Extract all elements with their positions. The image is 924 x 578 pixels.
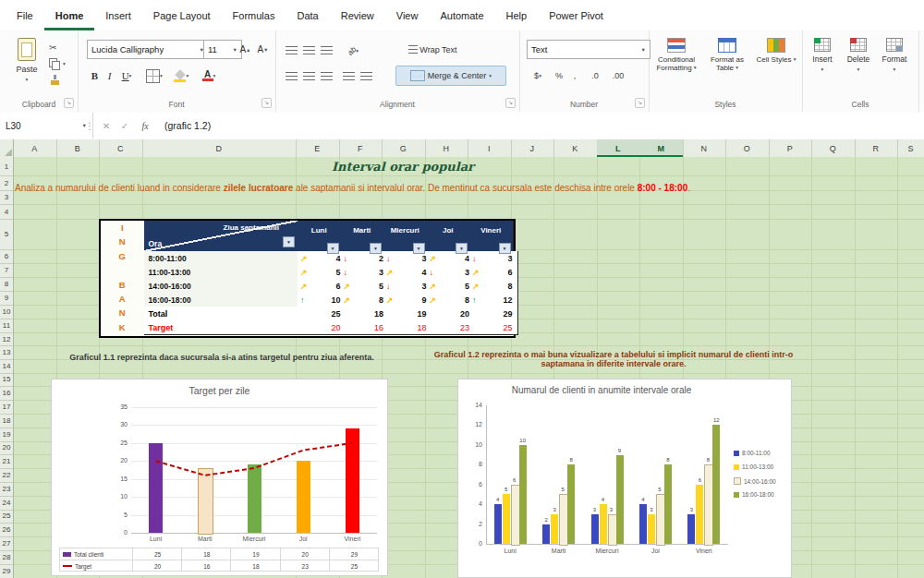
description-cell[interactable]: Analiza a numarului de clienti luand in … (15, 183, 920, 193)
data-table[interactable]: INGBANKZiua saptamaniiOra▼Luni▼Marti▼Mie… (99, 219, 516, 338)
column-header-e[interactable]: E (296, 139, 340, 157)
table-cell[interactable]: 5↗ (427, 279, 476, 294)
increase-indent-button[interactable] (358, 67, 375, 85)
row-header-3[interactable]: 3 (0, 190, 13, 205)
column-header-c[interactable]: C (99, 139, 143, 157)
percent-style-button[interactable]: % (551, 66, 567, 85)
row-header-5[interactable]: 5 (0, 219, 13, 250)
table-cell[interactable]: 3↓ (427, 265, 476, 280)
table-cell[interactable]: 4↗ (427, 251, 476, 266)
table-ora-cell[interactable]: 8:00-11:00 (144, 251, 304, 266)
menu-tab-file[interactable]: File (6, 0, 44, 30)
row-header-27[interactable]: 27 (0, 536, 13, 551)
table-cell[interactable]: 2↓ (341, 251, 390, 266)
table-cell[interactable]: 9↗ (383, 293, 432, 307)
row-header-1[interactable]: 1 (0, 157, 13, 176)
row-header-19[interactable]: 19 (0, 427, 13, 442)
table-total-cell[interactable]: 25 (298, 307, 346, 321)
menu-tab-page-layout[interactable]: Page Layout (142, 0, 222, 30)
column-header-h[interactable]: H (425, 139, 469, 157)
table-cell[interactable]: 3↓ (383, 279, 432, 294)
column-header-q[interactable]: Q (811, 139, 856, 157)
row-header-9[interactable]: 9 (0, 291, 13, 306)
cell-styles-button[interactable]: Cell Styles ▾ (754, 38, 798, 99)
font-name-combo[interactable]: Lucida Calligraphy▼ (87, 40, 209, 59)
table-cell[interactable]: 8↗ (341, 293, 390, 307)
insert-function-button[interactable]: fx (135, 113, 155, 138)
menu-tab-insert[interactable]: Insert (94, 0, 142, 30)
align-top-button[interactable] (283, 42, 300, 59)
align-center-button[interactable] (300, 67, 318, 85)
row-header-23[interactable]: 23 (0, 482, 13, 497)
filter-dropdown[interactable]: ▼ (283, 236, 295, 247)
orientation-button[interactable]: ab▾ (340, 42, 366, 59)
menu-tab-power-pivot[interactable]: Power Pivot (538, 0, 614, 30)
copy-button[interactable]: ▾ (46, 56, 73, 71)
row-header-17[interactable]: 17 (0, 400, 13, 415)
menu-tab-help[interactable]: Help (495, 0, 539, 30)
table-ora-cell[interactable]: 11:00-13:00 (144, 265, 304, 280)
conditional-formatting-button[interactable]: Conditional Formatting ▾ (652, 38, 700, 99)
increase-decimal-button[interactable]: .0 (584, 66, 606, 85)
table-cell[interactable]: 4↗ (298, 251, 346, 266)
italic-button[interactable]: I (103, 66, 116, 86)
number-format-combo[interactable]: Text▼ (527, 40, 650, 59)
filter-dropdown[interactable]: ▼ (499, 243, 511, 254)
table-cell[interactable]: 5↗ (298, 265, 346, 280)
accounting-format-button[interactable]: $▾ (527, 66, 549, 85)
font-color-button[interactable]: A▾ (196, 66, 222, 86)
align-left-button[interactable] (283, 67, 300, 85)
row-header-25[interactable]: 25 (0, 510, 13, 524)
menu-tab-automate[interactable]: Automate (429, 0, 494, 30)
row-header-18[interactable]: 18 (0, 414, 13, 428)
table-total-cell[interactable]: 20 (427, 307, 476, 321)
table-corner-cell[interactable]: Ziua saptamaniiOra▼ (144, 221, 299, 252)
row-header-14[interactable]: 14 (0, 359, 13, 374)
row-header-16[interactable]: 16 (0, 386, 13, 401)
chart-intervale-orare[interactable]: Numarul de clienti in anumite intervale … (457, 379, 792, 578)
row-header-2[interactable]: 2 (0, 175, 13, 191)
cancel-button[interactable]: ✕ (98, 113, 115, 138)
table-target-cell[interactable]: 23 (427, 320, 476, 335)
column-header-a[interactable]: A (13, 139, 57, 157)
delete-cells-button[interactable]: Delete▾ (842, 38, 875, 99)
column-header-r[interactable]: R (855, 139, 899, 157)
table-total-cell[interactable]: 29 (469, 307, 518, 321)
cut-button[interactable]: ✂ (46, 40, 73, 54)
clipboard-dialog-launcher[interactable]: ↘ (64, 98, 74, 108)
table-cell[interactable]: 8↗ (427, 293, 476, 307)
font-dialog-launcher[interactable]: ↘ (261, 98, 272, 108)
grow-font-button[interactable]: A▲ (237, 40, 254, 59)
borders-button[interactable]: ▾ (142, 66, 166, 86)
table-total-cell[interactable]: 18 (341, 307, 390, 321)
table-target-cell[interactable]: 20 (298, 320, 346, 335)
table-ora-cell[interactable]: 16:00-18:00 (144, 293, 304, 307)
table-total-cell[interactable]: 19 (383, 307, 432, 321)
insert-cells-button[interactable]: Insert▾ (806, 38, 839, 99)
column-header-f[interactable]: F (339, 139, 383, 157)
row-header-22[interactable]: 22 (0, 468, 13, 483)
column-header-j[interactable]: J (511, 139, 555, 157)
name-box-splitter[interactable]: ⋮ (85, 113, 94, 138)
column-header-m[interactable]: M (639, 139, 684, 157)
row-header-11[interactable]: 11 (0, 319, 13, 333)
table-target-cell[interactable]: 18 (383, 320, 432, 335)
row-header-8[interactable]: 8 (0, 277, 13, 292)
filter-dropdown[interactable]: ▼ (413, 243, 425, 254)
table-cell[interactable]: 5↗ (341, 279, 390, 294)
bold-button[interactable]: B (87, 66, 103, 86)
column-header-n[interactable]: N (683, 139, 727, 157)
paste-button[interactable]: Paste▾ (8, 38, 45, 99)
row-header-13[interactable]: 13 (0, 345, 13, 360)
menu-tab-view[interactable]: View (385, 0, 430, 30)
table-ora-cell[interactable]: 14:00-16:00 (144, 279, 304, 294)
filter-dropdown[interactable]: ▼ (456, 243, 468, 254)
table-cell[interactable]: 3↓ (383, 251, 432, 266)
align-right-button[interactable] (318, 67, 335, 85)
row-header-4[interactable]: 4 (0, 204, 13, 220)
column-header-i[interactable]: I (468, 139, 512, 157)
number-dialog-launcher[interactable]: ↘ (635, 98, 645, 108)
table-cell[interactable]: 10↑ (298, 293, 346, 307)
filter-dropdown[interactable]: ▼ (327, 243, 339, 254)
align-middle-button[interactable] (300, 42, 318, 59)
